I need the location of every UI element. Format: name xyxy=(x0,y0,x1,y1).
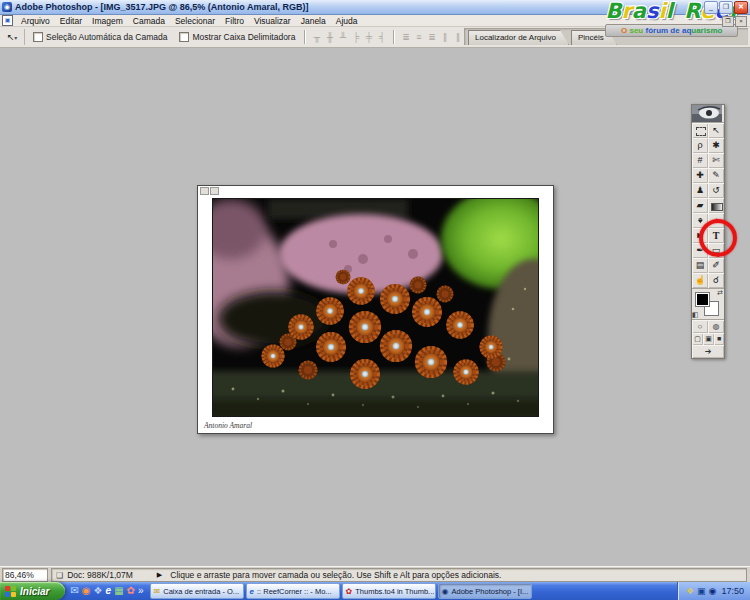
menu-arquivo[interactable]: Arquivo xyxy=(16,16,55,26)
document-window-controls: ❐ × xyxy=(722,16,747,27)
tab-file-browser[interactable]: Localizador de Arquivo xyxy=(468,30,569,45)
zoom-tool[interactable]: ☌ xyxy=(708,273,724,288)
gradient-tool[interactable] xyxy=(708,198,724,213)
menu-imagem[interactable]: Imagem xyxy=(87,16,128,26)
logo-letter: a xyxy=(632,0,646,23)
clone-stamp-tool[interactable]: ♟ xyxy=(692,183,708,198)
quick-mask-mode-button[interactable]: ◍ xyxy=(708,320,724,333)
doc-info-field: ❏ Doc: 988K/1,07M ▶ Clique e arraste par… xyxy=(51,568,747,582)
history-brush-tool[interactable]: ↺ xyxy=(708,183,724,198)
zoom-icon: ☌ xyxy=(713,275,719,285)
align-vcenter-icon[interactable]: ╫ xyxy=(323,32,336,42)
menu-editar[interactable]: Editar xyxy=(55,16,87,26)
slice-tool[interactable]: ✄ xyxy=(708,153,724,168)
move-icon: ↖ xyxy=(712,125,720,135)
outlook-express-icon[interactable]: ✉ xyxy=(70,582,78,600)
rectangular-marquee-tool[interactable] xyxy=(692,123,708,138)
menu-selecionar[interactable]: Selecionar xyxy=(170,16,220,26)
subtitle-part: fórum de aq xyxy=(645,26,691,35)
document-window[interactable]: Antonio Amaral xyxy=(197,185,554,434)
distribute-vcenter-icon[interactable]: ≡ xyxy=(412,32,425,42)
mask-mode-buttons: ○ ◍ xyxy=(692,319,724,333)
photo-signature: Antonio Amaral xyxy=(204,421,252,430)
align-top-icon[interactable]: ╥ xyxy=(310,32,323,42)
taskbar-button-reefcorner[interactable]: e :: ReefCorner :: - Mo... xyxy=(246,583,340,599)
windows-taskbar: Iniciar ✉ ◉ ❖ e ▦ ✿ » ✉ Caixa de entrada… xyxy=(0,582,750,600)
align-left-icon[interactable]: ╞ xyxy=(349,32,362,42)
logo-letter: R xyxy=(684,0,700,23)
quick-launch-overflow-chevron[interactable]: » xyxy=(138,582,144,600)
doc-size-value[interactable]: Doc: 988K/1,07M xyxy=(67,570,133,580)
restore-button[interactable]: ❐ xyxy=(719,1,733,14)
separator xyxy=(393,30,394,44)
eraser-icon: ▰ xyxy=(697,200,704,210)
taskbar-button-thumbs[interactable]: ✿ Thumbs.to4 in Thumb... xyxy=(342,583,436,599)
taskbar-clock[interactable]: 17:50 xyxy=(721,586,744,596)
magic-wand-tool[interactable]: ✱ xyxy=(708,138,724,153)
taskbar-button-inbox[interactable]: ✉ Caixa de entrada - O... xyxy=(150,583,244,599)
window-controls: _ ❐ ✕ xyxy=(704,1,748,14)
hand-tool[interactable]: ☝ xyxy=(692,273,708,288)
acdsee-icon[interactable]: ✿ xyxy=(127,582,135,600)
move-tool[interactable]: ↖ xyxy=(708,123,724,138)
logo-letter xyxy=(673,0,684,23)
doc-window-corner-icons xyxy=(200,187,219,195)
separator xyxy=(304,30,305,44)
healing-brush-tool[interactable]: ✚ xyxy=(692,168,708,183)
distribute-bottom-icon[interactable]: ≣ xyxy=(425,32,438,42)
eraser-tool[interactable]: ▰ xyxy=(692,198,708,213)
photoshop-taskbar-icon: ◉ xyxy=(442,587,449,596)
crop-tool[interactable]: # xyxy=(692,153,708,168)
eyedropper-tool[interactable]: ✐ xyxy=(708,258,724,273)
doc-restore-button[interactable]: ❐ xyxy=(722,16,734,27)
menu-visualizar[interactable]: Visualizar xyxy=(249,16,296,26)
zoom-level-field[interactable]: 86,46% xyxy=(2,568,48,582)
msn-messenger-icon[interactable]: ❖ xyxy=(94,582,103,600)
brasil-reef-subtitle: O seu fórum de aquarismo xyxy=(605,24,738,37)
tray-update-icon[interactable]: ◉ xyxy=(709,586,717,596)
jump-to-imageready-button[interactable]: ➔ xyxy=(692,345,724,358)
minimize-button[interactable]: _ xyxy=(704,1,718,14)
document-icon: ▣ xyxy=(2,15,13,26)
close-button[interactable]: ✕ xyxy=(734,1,748,14)
tray-utility-icon[interactable]: ❖ xyxy=(686,586,694,596)
standard-mode-button[interactable]: ○ xyxy=(692,320,708,333)
hint-arrow-icon: ▶ xyxy=(157,571,162,579)
distribute-hcenter-icon[interactable]: ∥ xyxy=(451,32,464,42)
lasso-icon: ρ xyxy=(697,140,702,150)
align-hcenter-icon[interactable]: ╪ xyxy=(362,32,375,42)
menu-camada[interactable]: Camada xyxy=(128,16,170,26)
chevron-down-icon: ▾ xyxy=(14,35,17,41)
current-tool-icon[interactable]: ↖▾ xyxy=(0,29,25,45)
fullscreen-menubar-button[interactable]: ▣ xyxy=(703,333,714,345)
default-colors-icon[interactable]: ◧ xyxy=(692,311,699,319)
swap-colors-icon[interactable]: ⇄ xyxy=(717,289,723,297)
menu-filtro[interactable]: Filtro xyxy=(220,16,249,26)
start-button[interactable]: Iniciar xyxy=(0,582,65,600)
show-desktop-icon[interactable]: ▦ xyxy=(114,582,123,600)
tray-display-icon[interactable]: ▣ xyxy=(697,586,706,596)
brush-tool[interactable]: ✎ xyxy=(708,168,724,183)
photoshop-eye-logo[interactable] xyxy=(692,105,724,123)
foreground-color-swatch[interactable] xyxy=(695,292,710,307)
align-right-icon[interactable]: ╡ xyxy=(375,32,388,42)
standard-screen-button[interactable]: ▢ xyxy=(692,333,703,345)
subtitle-part: uarismo xyxy=(691,26,722,35)
notes-tool[interactable]: ▤ xyxy=(692,258,708,273)
menu-ajuda[interactable]: Ajuda xyxy=(331,16,363,26)
doc-close-button[interactable]: × xyxy=(735,16,747,27)
auto-select-checkbox[interactable] xyxy=(33,32,43,42)
fullscreen-button[interactable]: ■ xyxy=(714,333,724,345)
distribute-top-icon[interactable]: ≣ xyxy=(399,32,412,42)
bounding-box-checkbox[interactable] xyxy=(179,32,189,42)
media-player-icon[interactable]: ◉ xyxy=(82,582,91,600)
align-bottom-icon[interactable]: ╨ xyxy=(336,32,349,42)
distribute-left-icon[interactable]: ∥ xyxy=(438,32,451,42)
auto-select-label: Seleção Automática da Camada xyxy=(46,32,167,42)
taskbar-button-photoshop[interactable]: ◉ Adobe Photoshop - [I... xyxy=(438,583,532,599)
bounding-box-label: Mostrar Caixa Delimitadora xyxy=(192,32,295,42)
internet-explorer-icon[interactable]: e xyxy=(106,582,112,600)
menu-janela[interactable]: Janela xyxy=(296,16,331,26)
lasso-tool[interactable]: ρ xyxy=(692,138,708,153)
blur-icon: ♠ xyxy=(698,213,703,228)
